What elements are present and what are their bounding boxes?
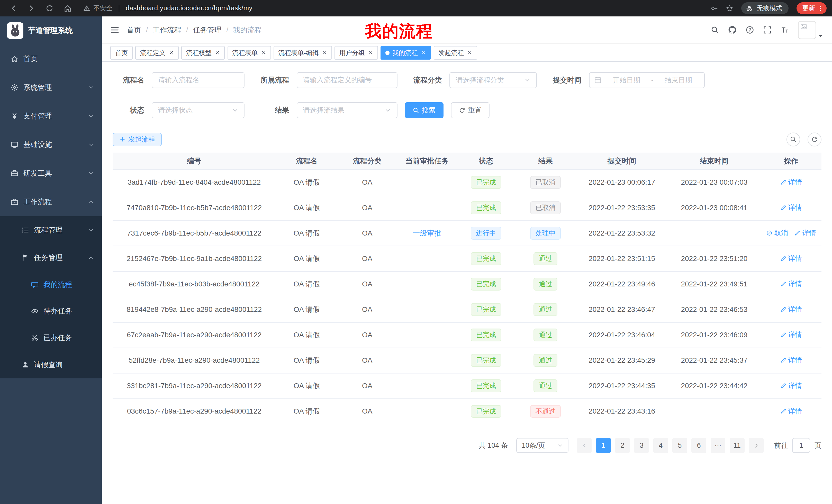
close-icon[interactable] xyxy=(261,50,266,55)
password-manager-icon[interactable] xyxy=(711,5,718,12)
sidebar-item-process-management[interactable]: 流程管理 xyxy=(0,216,102,244)
cell-status: 已完成 xyxy=(458,246,515,271)
refresh-table-button[interactable] xyxy=(808,133,822,146)
close-icon[interactable] xyxy=(467,50,472,55)
browser-update-button[interactable]: 更新 xyxy=(797,2,827,14)
edit-icon xyxy=(780,357,787,363)
cell-end-time: 2022-01-22 23:44:42 xyxy=(668,373,761,399)
sidebar-item-task-management[interactable]: 任务管理 xyxy=(0,244,102,271)
tab-item[interactable]: 流程表单 xyxy=(228,46,271,60)
detail-link[interactable]: 详情 xyxy=(780,254,802,263)
cancel-link[interactable]: 取消 xyxy=(766,228,788,237)
help-icon[interactable] xyxy=(746,26,754,34)
sidebar-item-infrastructure[interactable]: 基础设施 xyxy=(0,131,102,159)
tab-item[interactable]: 我的流程 xyxy=(381,46,431,60)
sidebar-item-label: 我的流程 xyxy=(44,280,72,289)
fullscreen-icon[interactable] xyxy=(763,26,772,34)
active-tab-dot xyxy=(385,51,390,55)
close-icon[interactable] xyxy=(368,50,373,55)
calendar-icon xyxy=(594,76,602,84)
category-select[interactable]: 请选择流程分类 xyxy=(449,72,537,88)
prev-page-button[interactable] xyxy=(577,438,592,453)
address-bar[interactable]: dashboard.yudao.iocoder.cn/bpm/task/my xyxy=(126,4,253,12)
page-button[interactable]: 4 xyxy=(653,438,668,453)
sidebar-item-done-task[interactable]: 已办任务 xyxy=(0,325,102,351)
result-label: 结果 xyxy=(252,105,289,115)
chevron-down-icon xyxy=(232,107,238,114)
browser-menu-icon[interactable] xyxy=(816,5,824,12)
process-definition-input[interactable] xyxy=(297,72,397,88)
breadcrumb-item[interactable]: 工作流程 xyxy=(153,25,181,35)
close-icon[interactable] xyxy=(169,50,174,55)
tab-item[interactable]: 流程定义 xyxy=(135,46,179,60)
tab-item[interactable]: 首页 xyxy=(110,46,133,60)
page-button[interactable]: 3 xyxy=(634,438,649,453)
status-select[interactable]: 请选择状态 xyxy=(152,102,244,118)
reset-button[interactable]: 重置 xyxy=(451,102,490,118)
detail-link[interactable]: 详情 xyxy=(780,279,802,288)
page-button[interactable]: 2 xyxy=(615,438,630,453)
detail-link[interactable]: 详情 xyxy=(780,407,802,416)
sidebar-item-label: 流程管理 xyxy=(34,225,62,235)
breadcrumb-item[interactable]: 首页 xyxy=(127,25,141,35)
header-search-icon[interactable] xyxy=(711,26,719,34)
user-menu[interactable] xyxy=(798,21,824,39)
sidebar-item-todo-task[interactable]: 待办任务 xyxy=(0,298,102,325)
sidebar-item-leave-query[interactable]: 请假查询 xyxy=(0,351,102,379)
more-pages-button[interactable]: ··· xyxy=(711,438,726,453)
page-size-select[interactable]: 10条/页 xyxy=(516,438,568,453)
close-icon[interactable] xyxy=(421,50,426,55)
toggle-search-button[interactable] xyxy=(786,133,800,146)
sidebar-item-dev-tools[interactable]: 研发工具 xyxy=(0,159,102,188)
sidebar-item-workflow[interactable]: 工作流程 xyxy=(0,188,102,216)
browser-reload-button[interactable] xyxy=(46,4,53,12)
next-page-button[interactable] xyxy=(749,438,763,453)
detail-link[interactable]: 详情 xyxy=(780,356,802,365)
browser-home-button[interactable] xyxy=(64,4,72,12)
github-icon[interactable] xyxy=(728,26,737,34)
detail-link[interactable]: 详情 xyxy=(780,203,802,212)
cell-end-time: 2022-01-22 23:46:09 xyxy=(668,323,761,348)
font-size-icon[interactable] xyxy=(781,26,789,34)
app-logo[interactable]: 芋道管理系统 xyxy=(0,17,102,45)
tab-item[interactable]: 流程模型 xyxy=(181,46,225,60)
security-indicator[interactable]: 不安全 xyxy=(83,4,112,12)
create-process-button[interactable]: 发起流程 xyxy=(113,133,162,146)
tab-label: 发起流程 xyxy=(438,49,464,57)
table-row: 3ad174fb-7b9d-11ec-8404-acde48001122OA 请… xyxy=(113,170,822,195)
sidebar-item-my-process[interactable]: 我的流程 xyxy=(0,272,102,298)
page-button[interactable]: 5 xyxy=(672,438,687,453)
detail-link[interactable]: 详情 xyxy=(780,177,802,187)
close-icon[interactable] xyxy=(215,50,220,55)
search-button[interactable]: 搜索 xyxy=(405,102,443,118)
close-icon[interactable] xyxy=(322,50,327,55)
goto-page-input[interactable] xyxy=(792,438,810,453)
bookmark-icon[interactable] xyxy=(726,5,733,12)
cell-end-time: 2022-01-22 23:49:51 xyxy=(668,272,761,297)
sidebar-item-payment-management[interactable]: 支付管理 xyxy=(0,102,102,130)
detail-link[interactable]: 详情 xyxy=(794,228,816,237)
submit-time-range-picker[interactable]: 开始日期 - 结束日期 xyxy=(589,72,705,88)
result-select[interactable]: 请选择流结果 xyxy=(297,102,397,118)
collapse-sidebar-button[interactable] xyxy=(110,25,119,34)
page-button[interactable]: 6 xyxy=(691,438,706,453)
cell-status: 已完成 xyxy=(458,272,515,297)
tab-item[interactable]: 用户分组 xyxy=(335,46,378,60)
chevron-down-icon xyxy=(385,107,391,114)
approval-task-link[interactable]: 一级审批 xyxy=(413,229,441,237)
sidebar-item-home[interactable]: 首页 xyxy=(0,45,102,73)
browser-back-button[interactable] xyxy=(9,4,18,12)
tab-item[interactable]: 流程表单-编辑 xyxy=(274,46,332,60)
page-button[interactable]: 11 xyxy=(730,438,745,453)
detail-link[interactable]: 详情 xyxy=(780,305,802,314)
detail-link[interactable]: 详情 xyxy=(780,330,802,339)
browser-forward-button[interactable] xyxy=(27,4,35,12)
process-name-input[interactable] xyxy=(152,72,244,88)
page-button[interactable]: 1 xyxy=(596,438,611,453)
cell-current-task xyxy=(397,195,458,220)
process-name-label: 流程名 xyxy=(113,75,145,85)
sidebar-item-system-management[interactable]: 系统管理 xyxy=(0,73,102,102)
breadcrumb-item[interactable]: 任务管理 xyxy=(193,25,222,35)
tab-item[interactable]: 发起流程 xyxy=(434,46,477,60)
detail-link[interactable]: 详情 xyxy=(780,381,802,390)
